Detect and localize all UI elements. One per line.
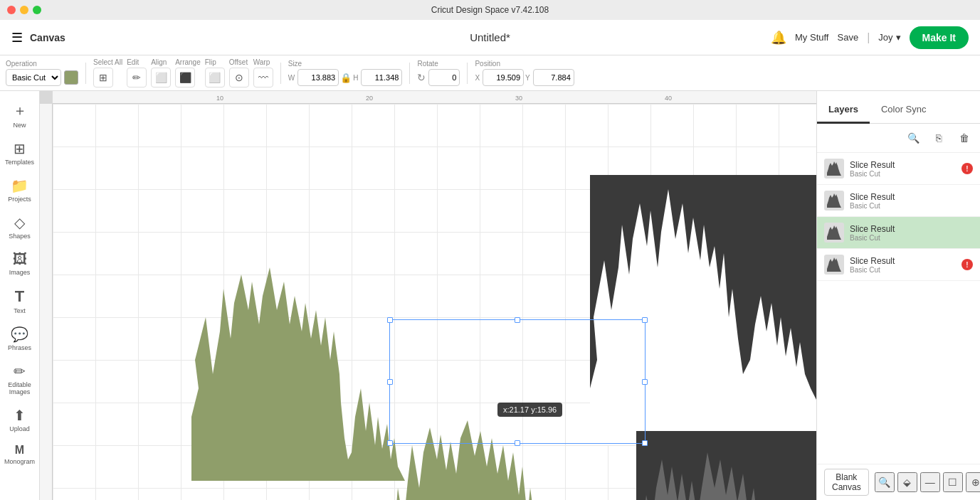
user-menu[interactable]: Joy ▾: [878, 32, 900, 43]
save-button[interactable]: Save: [837, 32, 858, 43]
lock-icon[interactable]: 🔒: [340, 73, 352, 83]
sidebar-item-label-monogram: Monogram: [4, 458, 35, 465]
sidebar-item-projects[interactable]: 📁 Projects: [3, 173, 37, 207]
layer-info-2: Slice Result Basic Cut: [850, 192, 973, 210]
search-icon-button[interactable]: 🔍: [903, 128, 923, 148]
align-button[interactable]: ⬜: [151, 68, 171, 87]
edit-button[interactable]: ✏: [127, 68, 147, 87]
color-swatch[interactable]: [64, 70, 78, 85]
arrange-button[interactable]: ⬛: [175, 68, 195, 87]
upload-icon: ⬆: [14, 407, 26, 424]
sidebar-item-upload[interactable]: ⬆ Upload: [3, 403, 37, 437]
chevron-down-icon: ▾: [896, 32, 901, 43]
flip-button[interactable]: ⬜: [205, 68, 225, 87]
sidebar-item-label-projects: Projects: [8, 196, 31, 203]
canvas-label: Canvas: [30, 32, 65, 43]
new-icon: ＋: [13, 101, 27, 120]
offset-button[interactable]: ⊙: [229, 68, 249, 87]
left-sidebar: ＋ New ⊞ Templates 📁 Projects ◇ Shapes 🖼 …: [0, 91, 40, 500]
sep1: [85, 63, 86, 84]
rotate-input[interactable]: [428, 69, 460, 86]
delete-icon-button[interactable]: 🗑: [954, 128, 974, 148]
make-it-button[interactable]: Make It: [910, 26, 969, 49]
sidebar-item-label-text: Text: [14, 307, 26, 314]
edit-section: Edit ✏: [127, 58, 147, 87]
coords-tooltip: x:21.17 y:15.96: [497, 403, 562, 417]
bottom-panel: Blank Canvas 🔍 ⬙ — ☐ ⊕: [817, 464, 980, 500]
close-button[interactable]: [7, 6, 16, 14]
y-label: Y: [525, 74, 530, 82]
warp-label: Warp: [253, 58, 270, 66]
size-section: Size W 🔒 H: [288, 60, 403, 86]
layer-name-3: Slice Result: [850, 224, 973, 234]
operation-select[interactable]: Basic Cut: [6, 69, 61, 86]
templates-icon: ⊞: [14, 140, 26, 157]
notification-bell[interactable]: 🔔: [771, 30, 786, 46]
layer-info-1: Slice Result Basic Cut: [850, 160, 956, 178]
toolbar: Operation Basic Cut Select All ⊞ Edit ✏ …: [0, 55, 980, 91]
sidebar-item-templates[interactable]: ⊞ Templates: [3, 136, 37, 170]
grass-dark-lower-shape: [636, 431, 816, 500]
select-all-button[interactable]: ⊞: [93, 68, 113, 87]
ruler-top: 10 20 30 40: [53, 91, 816, 104]
size-label: Size: [288, 60, 302, 68]
layer-error-4: !: [961, 259, 973, 270]
maximize-button[interactable]: [33, 6, 41, 14]
width-input[interactable]: [297, 69, 339, 86]
align-label: Align: [151, 58, 167, 66]
minus-icon-button[interactable]: —: [920, 472, 940, 492]
text-icon: T: [15, 287, 24, 306]
square-icon-button[interactable]: ☐: [943, 472, 963, 492]
layer-item[interactable]: Slice Result Basic Cut: [817, 185, 980, 217]
zoom-icon-button[interactable]: 🔍: [875, 472, 895, 492]
sidebar-item-shapes[interactable]: ◇ Shapes: [3, 210, 37, 244]
warp-button[interactable]: 〰: [253, 68, 273, 87]
selection-handle-tm[interactable]: [515, 317, 520, 323]
grass-olive-shape-1[interactable]: [184, 260, 405, 481]
rotate-section: Rotate ↻: [417, 60, 460, 86]
tab-layers-label: Layers: [828, 104, 858, 115]
layers-icon-button[interactable]: ⬙: [897, 472, 917, 492]
tab-layers[interactable]: Layers: [817, 97, 870, 124]
sidebar-item-images[interactable]: 🖼 Images: [3, 247, 37, 280]
sidebar-item-new[interactable]: ＋ New: [3, 97, 37, 133]
layer-item[interactable]: Slice Result Basic Cut !: [817, 249, 980, 281]
x-input[interactable]: [483, 69, 524, 86]
sidebar-item-phrases[interactable]: 💬 Phrases: [3, 321, 37, 356]
layer-type-3: Basic Cut: [850, 234, 973, 242]
sep4: [467, 63, 468, 84]
document-title[interactable]: Untitled*: [470, 31, 510, 43]
sidebar-item-monogram[interactable]: M Monogram: [3, 440, 37, 469]
sidebar-item-editable-images[interactable]: ✏ Editable Images: [3, 358, 37, 400]
phrases-icon: 💬: [11, 326, 28, 343]
layer-item[interactable]: Slice Result Basic Cut !: [817, 153, 980, 185]
duplicate-icon-button[interactable]: ⎘: [929, 128, 949, 148]
rotate-icon: ↻: [417, 72, 426, 83]
sidebar-item-label-templates: Templates: [5, 159, 34, 166]
coords-text: x:21.17 y:15.96: [503, 405, 557, 414]
canvas-area[interactable]: 10 20 30 40: [40, 91, 816, 500]
layer-info-4: Slice Result Basic Cut: [850, 256, 956, 274]
tab-color-sync[interactable]: Color Sync: [870, 97, 938, 124]
layer-item-selected[interactable]: Slice Result Basic Cut: [817, 217, 980, 249]
h-label: H: [353, 74, 358, 82]
minimize-button[interactable]: [20, 6, 28, 14]
main-area: ＋ New ⊞ Templates 📁 Projects ◇ Shapes 🖼 …: [0, 91, 980, 500]
crosshair-icon-button[interactable]: ⊕: [966, 472, 980, 492]
blank-canvas-button[interactable]: Blank Canvas: [824, 469, 869, 496]
my-stuff-link[interactable]: My Stuff: [795, 32, 828, 43]
flip-section: Flip ⬜: [205, 58, 225, 87]
tab-color-sync-label: Color Sync: [881, 104, 927, 115]
edit-label: Edit: [127, 58, 139, 66]
layer-info-3: Slice Result Basic Cut: [850, 224, 973, 242]
grass-olive-shape-2[interactable]: [391, 417, 601, 500]
y-input[interactable]: [533, 69, 574, 86]
sidebar-item-text[interactable]: T Text: [3, 283, 37, 319]
traffic-lights: [7, 6, 41, 14]
layers-list: Slice Result Basic Cut ! Slice Result Ba…: [817, 153, 980, 464]
sidebar-item-label-upload: Upload: [9, 425, 30, 432]
height-input[interactable]: [361, 69, 402, 86]
select-all-section: Select All ⊞: [93, 58, 122, 87]
position-label: Position: [475, 60, 500, 68]
menu-icon[interactable]: ☰: [11, 30, 23, 46]
